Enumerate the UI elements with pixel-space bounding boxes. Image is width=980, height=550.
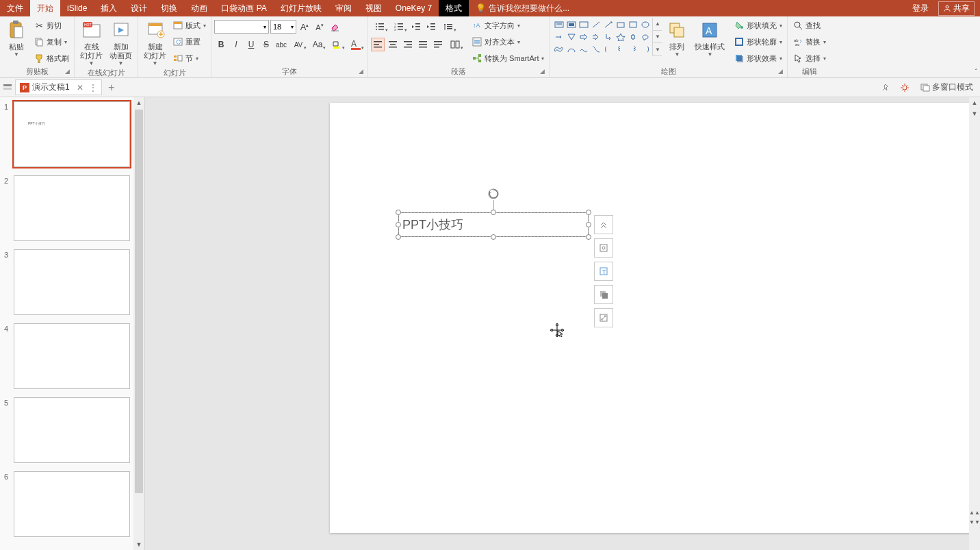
shape-outline-button[interactable]: 形状轮廓▾ [732, 34, 784, 49]
select-button[interactable]: 选择▾ [790, 51, 828, 66]
clear-format-button[interactable] [328, 20, 341, 34]
resize-handle-l[interactable] [396, 222, 401, 227]
increase-indent-button[interactable] [424, 20, 438, 34]
online-slide-button[interactable]: HOT 在线 幻灯片 ▼ [77, 18, 105, 68]
text-direction-button[interactable]: ↕A 文字方向▾ [469, 18, 546, 33]
tab-onekey[interactable]: OneKey 7 [389, 0, 439, 16]
dialog-launcher-icon[interactable]: ◢ [778, 66, 783, 76]
rotate-handle[interactable] [487, 188, 500, 200]
tab-review[interactable]: 审阅 [328, 0, 359, 16]
italic-button[interactable]: I [229, 38, 243, 51]
settings-button[interactable] [897, 80, 912, 95]
text-shadow-button[interactable]: abc [274, 38, 288, 51]
scroll-up-button[interactable]: ▲ [133, 97, 144, 108]
align-left-button[interactable] [371, 38, 385, 51]
canvas-scrollbar[interactable]: ▲ ▲▲ ▼▼ ▼ [969, 97, 980, 550]
tab-animation[interactable]: 动画 [184, 0, 214, 16]
line-spacing-button[interactable]: ▾ [439, 20, 457, 34]
collapse-ribbon-button[interactable]: ˆ [975, 68, 977, 76]
tab-home[interactable]: 开始 [30, 0, 60, 16]
replace-button[interactable]: abac 替换▾ [790, 34, 828, 49]
paste-button[interactable]: 粘贴 ▼ [3, 18, 30, 59]
dialog-launcher-icon[interactable]: ◢ [540, 66, 545, 76]
tab-menu-button[interactable]: ⋮ [89, 83, 97, 92]
tab-transition[interactable]: 切换 [154, 0, 184, 16]
gallery-down-button[interactable]: ▼ [653, 31, 662, 44]
numbering-button[interactable]: 123▾ [390, 20, 408, 34]
login-button[interactable]: 登录 [907, 3, 934, 14]
justify-button[interactable] [416, 38, 430, 51]
columns-button[interactable]: ▾ [446, 38, 464, 51]
slide-thumbnail-6[interactable] [14, 471, 130, 537]
tab-file[interactable]: 文件 [0, 0, 30, 16]
cut-button[interactable]: ✂ 剪切 [31, 18, 71, 33]
font-size-combo[interactable]: 18▾ [270, 20, 296, 34]
textbox-content[interactable]: PPT小技巧 [402, 216, 463, 233]
quick-styles-button[interactable]: A 快速样式 ▼ [692, 18, 727, 59]
slide-thumbnail-4[interactable] [14, 323, 130, 389]
add-tab-button[interactable]: + [105, 81, 118, 95]
char-spacing-button[interactable]: AV▾ [289, 38, 307, 51]
close-tab-button[interactable]: ✕ [77, 83, 83, 92]
tab-view[interactable]: 视图 [359, 0, 389, 16]
slide-thumbnail-5[interactable] [14, 397, 130, 463]
highlight-button[interactable]: ▾ [328, 38, 346, 51]
slide-thumbnail-1[interactable]: PPT小技巧 [14, 101, 130, 167]
resize-handle-tl[interactable] [396, 210, 401, 215]
document-tab[interactable]: P 演示文稿1 ✕ ⋮ [15, 79, 102, 95]
scroll-down-button[interactable]: ▼ [969, 108, 980, 119]
align-text-button[interactable]: 对齐文本▾ [469, 34, 546, 49]
align-center-button[interactable] [386, 38, 400, 51]
distribute-button[interactable] [431, 38, 445, 51]
change-case-button[interactable]: Aa▾ [309, 38, 326, 51]
bullets-button[interactable]: ▾ [371, 20, 389, 34]
decrease-font-button[interactable]: A▾ [313, 20, 326, 34]
float-size-button[interactable] [594, 308, 613, 327]
slide-thumbnail-3[interactable] [14, 249, 130, 315]
slide-thumbnail-2[interactable] [14, 175, 130, 241]
slide-canvas[interactable]: PPT小技巧 T [330, 103, 980, 533]
multi-window-button[interactable]: 多窗口模式 [916, 80, 977, 95]
shape-effects-button[interactable]: 形状效果▾ [732, 51, 784, 66]
gallery-up-button[interactable]: ▲ [653, 18, 662, 31]
shape-gallery[interactable]: ▲ ▼ ▼ [552, 18, 662, 56]
tab-pocket-anim[interactable]: 口袋动画 PA [214, 0, 273, 16]
font-name-combo[interactable]: ▾ [214, 20, 269, 34]
resize-handle-bl[interactable] [396, 234, 401, 240]
float-text-button[interactable]: T [594, 262, 613, 281]
tabs-menu-icon[interactable] [3, 83, 12, 92]
slide-canvas-area[interactable]: PPT小技巧 T ▲ ▲▲ ▼▼ ▼ [145, 97, 980, 550]
share-button[interactable]: 共享 [938, 1, 975, 16]
font-color-button[interactable]: A▾ [347, 38, 365, 51]
new-anim-page-button[interactable]: 新加 动画页 ▼ [107, 18, 135, 68]
underline-button[interactable]: U [244, 38, 258, 51]
section-button[interactable]: 节▾ [170, 51, 208, 66]
next-slide-button[interactable]: ▼▼ [969, 517, 980, 527]
tab-slideshow[interactable]: 幻灯片放映 [274, 0, 328, 16]
scroll-up-button[interactable]: ▲ [969, 97, 980, 108]
tab-islide[interactable]: iSlide [60, 0, 94, 16]
scroll-down-button[interactable]: ▼ [133, 539, 144, 550]
increase-font-button[interactable]: A▴ [298, 20, 311, 34]
convert-smartart-button[interactable]: 转换为 SmartArt▾ [469, 51, 546, 66]
thumbnail-scrollbar[interactable]: ▲ ▼ [133, 97, 144, 550]
resize-handle-r[interactable] [586, 222, 591, 227]
tab-insert[interactable]: 插入 [94, 0, 124, 16]
dialog-launcher-icon[interactable]: ◢ [65, 66, 70, 76]
gallery-more-button[interactable]: ▼ [653, 43, 662, 56]
layout-button[interactable]: 版式▾ [170, 18, 208, 33]
resize-handle-b[interactable] [491, 234, 496, 240]
resize-handle-tr[interactable] [586, 210, 591, 215]
copy-button[interactable]: 复制 ▾ [31, 34, 71, 49]
float-layout-options-button[interactable] [594, 238, 613, 258]
strikethrough-button[interactable]: S [259, 38, 273, 51]
bold-button[interactable]: B [214, 38, 228, 51]
tell-me-search[interactable]: 💡 告诉我您想要做什么... [476, 3, 907, 14]
float-duplicate-button[interactable] [594, 285, 613, 304]
format-painter-button[interactable]: 格式刷 [31, 51, 71, 66]
new-slide-button[interactable]: 新建 幻灯片 ▼ [141, 18, 169, 68]
reset-button[interactable]: 重置 [170, 34, 208, 49]
textbox-selection[interactable]: PPT小技巧 [398, 212, 589, 237]
float-collapse-button[interactable] [594, 215, 613, 234]
tab-design[interactable]: 设计 [124, 0, 154, 16]
